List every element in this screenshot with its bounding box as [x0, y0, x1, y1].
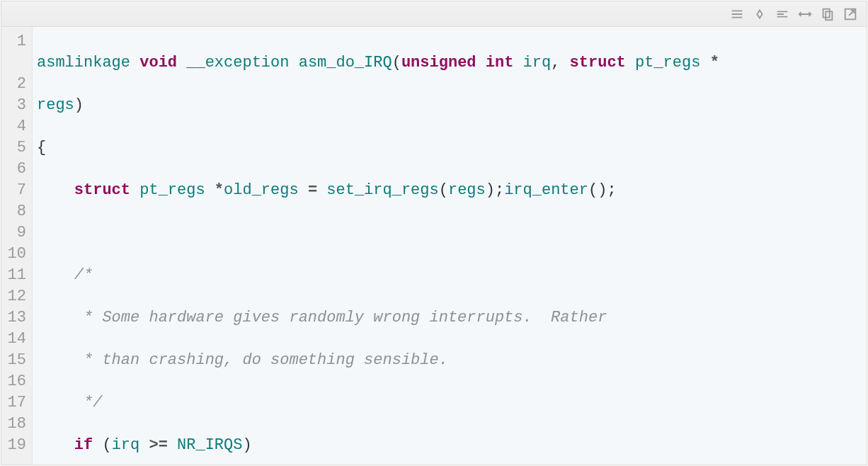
- menu-icon[interactable]: [726, 4, 748, 25]
- line-number: 13: [1, 307, 26, 329]
- code-line: * than crashing, do something sensible.: [37, 350, 867, 371]
- code-line: asmlinkage void __exception asm_do_IRQ(u…: [37, 52, 867, 74]
- code-editor: 1 2 3 4 5 6 7 8 9 10 11 12 13 14 15 16 1…: [1, 1, 867, 465]
- expand-h-icon[interactable]: [794, 4, 816, 25]
- line-number: 12: [1, 286, 26, 307]
- line-number: 16: [1, 371, 26, 392]
- svg-rect-1: [826, 11, 832, 20]
- diamond-icon[interactable]: [749, 4, 770, 25]
- line-number: 7: [1, 180, 26, 201]
- code-line: struct pt_regs *old_regs = set_irq_regs(…: [37, 180, 867, 201]
- code-line: regs): [37, 95, 867, 116]
- line-number: 10: [1, 244, 26, 265]
- code-line: {: [37, 137, 867, 159]
- lines-icon[interactable]: [772, 4, 793, 25]
- copy-doc-icon[interactable]: [817, 4, 838, 25]
- code-line: */: [37, 392, 867, 414]
- line-number: 1: [1, 31, 26, 52]
- line-number-wrap: [1, 52, 26, 74]
- line-number: 6: [1, 159, 26, 180]
- code-text[interactable]: asmlinkage void __exception asm_do_IRQ(u…: [33, 27, 867, 465]
- code-line: if (irq >= NR_IRQS): [37, 435, 867, 456]
- line-number: 17: [1, 392, 26, 414]
- line-number: 2: [1, 74, 26, 95]
- line-number: 9: [1, 222, 26, 244]
- line-number: 18: [1, 414, 26, 435]
- code-area[interactable]: 1 2 3 4 5 6 7 8 9 10 11 12 13 14 15 16 1…: [1, 27, 867, 465]
- code-line: [37, 222, 867, 244]
- editor-toolbar: [1, 1, 867, 27]
- code-line: /*: [37, 265, 867, 286]
- line-number: 5: [1, 137, 26, 159]
- line-number: 3: [1, 95, 26, 116]
- line-number: 15: [1, 350, 26, 371]
- code-line: * Some hardware gives randomly wrong int…: [37, 307, 867, 329]
- line-number: 11: [1, 265, 26, 286]
- line-number: 14: [1, 329, 26, 350]
- line-number: 8: [1, 201, 26, 222]
- popout-icon[interactable]: [840, 4, 861, 25]
- line-gutter: 1 2 3 4 5 6 7 8 9 10 11 12 13 14 15 16 1…: [1, 27, 33, 465]
- line-number: 4: [1, 116, 26, 137]
- svg-rect-0: [823, 8, 830, 17]
- line-number: 19: [1, 435, 26, 456]
